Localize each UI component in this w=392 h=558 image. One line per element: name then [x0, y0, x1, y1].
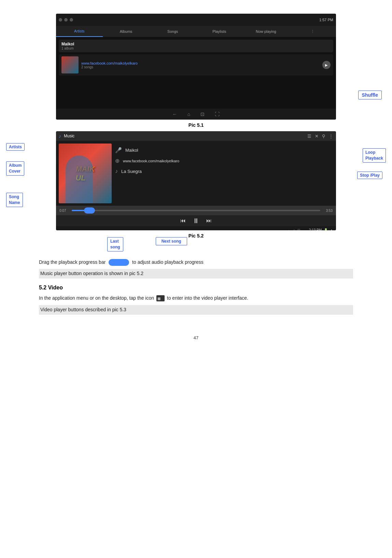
sc2-song-row: ♪ La Suegra	[115, 168, 333, 174]
text-content-area: Drag the playback progress bar to adjust…	[0, 251, 392, 315]
album-cover-annotation: AlbumCover	[6, 161, 24, 176]
section-52-heading: 5.2 Video	[39, 285, 353, 291]
sc1-home-icon[interactable]: ⌂	[187, 111, 190, 117]
tab-artists[interactable]: Artists	[56, 26, 103, 37]
sc1-status-bar: 1:57 PM	[56, 14, 336, 26]
sc1-play-btn[interactable]: ▶	[322, 61, 331, 69]
drag-text-1: Drag the playback progress bar	[39, 259, 106, 265]
sc1-dot-3	[70, 18, 73, 22]
sc2-fb-url: www.facebook.com/maikolyelkaro	[123, 159, 179, 163]
sc2-controls: ⏮ ⏸ ⏭	[56, 215, 336, 226]
sc2-search-icon[interactable]: ⚲	[322, 134, 325, 139]
tab-songs[interactable]: Songs	[149, 26, 196, 37]
sc1-bottom-bar: ← ⌂ ⊡ ⛶	[56, 109, 336, 120]
sc2-song-name: La Suegra	[121, 169, 142, 174]
sc2-progress-bar[interactable]: 0:07 3:53	[56, 206, 336, 215]
sc2-status-bar: ← ⌂ ⊡ 2:13 PM 🔋 ▲	[56, 226, 336, 230]
sc2-album-art: MAIKUL	[59, 144, 112, 203]
sc2-topbar: ♪ Music ☰ ✕ ⚲ ⋮	[56, 131, 336, 141]
sc2-home-btn[interactable]: ⌂	[293, 228, 295, 231]
sc1-thumb	[61, 56, 79, 73]
sc2-prev-btn[interactable]: ⏮	[180, 218, 186, 224]
sc1-fullscreen-icon[interactable]: ⛶	[215, 111, 220, 117]
sc2-bar-track[interactable]	[72, 210, 320, 211]
sc2-apps-btn[interactable]: ⊡	[297, 228, 300, 231]
sc1-facebook-row: www.facebook.com/maikolyelkaro 2 songs ▶	[59, 54, 333, 76]
song-name-annotation: SongName	[6, 193, 23, 207]
sc2-list-icon[interactable]: ☰	[307, 134, 311, 139]
sc1-dot-1	[59, 18, 62, 22]
sc2-wifi-icon: ▲	[330, 228, 333, 231]
video-text-1: In the application menu or on the deskto…	[39, 295, 154, 301]
drag-text-row: Drag the playback progress bar to adjust…	[39, 258, 353, 267]
screenshot-2: ♪ Music ☰ ✕ ⚲ ⋮ MAIKUL	[56, 131, 336, 230]
sc1-fb-info: www.facebook.com/maikolyelkaro 2 songs	[81, 61, 320, 69]
screenshot-1: 1:57 PM Artists Albums Songs Playlists N…	[56, 14, 336, 120]
pic-5-1-label: Pic 5.1	[39, 122, 353, 128]
sc2-url-row: ⊕ www.facebook.com/maikolyelkaro	[115, 158, 333, 164]
sc2-battery-icon: 🔋	[324, 228, 328, 231]
sc2-note-icon: ♪	[115, 168, 118, 174]
sc1-artist-sub: 1 album	[61, 46, 331, 50]
tab-now-playing[interactable]: Now playing	[243, 26, 290, 37]
sc2-artist-name: Maikol	[125, 148, 138, 153]
loop-playback-annotation: LoopPlayback	[363, 148, 386, 163]
sc2-music-icon: ♪	[59, 133, 61, 139]
sc1-dot-2	[64, 18, 68, 22]
sc1-fb-url: www.facebook.com/maikolyelkaro	[81, 61, 320, 65]
sc1-tab-bar: Artists Albums Songs Playlists Now playi…	[56, 26, 336, 37]
page-number: 47	[0, 335, 392, 340]
sc2-back-btn[interactable]: ←	[288, 228, 291, 231]
shuffle-annotation: Shuffle	[358, 91, 382, 99]
sc2-time-elapsed: 0:07	[59, 209, 69, 213]
next-song-annotation: Next song	[156, 237, 187, 245]
drag-text-2: to adjust audio playback progress	[132, 259, 204, 265]
video-text: In the application menu or on the deskto…	[39, 294, 353, 302]
tab-playlists[interactable]: Playlists	[196, 26, 243, 37]
sc2-bar-thumb[interactable]	[84, 207, 95, 214]
sc2-artist-row: 🎤 Maikol	[115, 147, 333, 153]
video-icon-inline	[156, 295, 165, 301]
sc1-left-icons	[59, 18, 73, 22]
sc2-status-time: 2:13 PM	[309, 228, 322, 231]
last-song-annotation: Lastsong	[107, 237, 123, 251]
video-buttons-text: Video player buttons described in pic 5.…	[39, 305, 353, 315]
sc1-content: Maikol 1 album www.facebook.com/maikolye…	[56, 37, 336, 78]
sc2-time-total: 3:53	[323, 209, 333, 213]
sc1-artist-row: Maikol 1 album	[59, 40, 333, 52]
progress-thumb-inline	[109, 259, 129, 266]
sc1-time: 1:57 PM	[319, 18, 333, 22]
tab-more[interactable]: ⋮	[289, 26, 336, 37]
sc2-play-pause-btn[interactable]: ⏸	[193, 217, 199, 225]
sc2-more-icon[interactable]: ⋮	[329, 134, 333, 139]
sc2-next-btn[interactable]: ⏭	[206, 218, 212, 224]
sc1-recent-icon[interactable]: ⊡	[200, 111, 205, 117]
sc2-body: MAIKUL 🎤 Maikol ⊕ www.facebook.com/maiko…	[56, 141, 336, 206]
sc2-globe-icon: ⊕	[115, 158, 120, 164]
artists-annotation: Artists	[6, 143, 25, 151]
stop-play-annotation: Stop /Play	[357, 172, 382, 179]
sc2-close-icon[interactable]: ✕	[315, 134, 319, 139]
sc1-back-icon[interactable]: ←	[172, 111, 177, 117]
sc1-fb-songs: 2 songs	[81, 65, 320, 69]
tab-albums[interactable]: Albums	[103, 26, 150, 37]
sc2-music-title: Music	[64, 134, 305, 138]
sc2-info: 🎤 Maikol ⊕ www.facebook.com/maikolyelkar…	[115, 144, 333, 203]
sc1-artist-name: Maikol	[61, 42, 331, 46]
music-buttons-text: Music player button operation is shown i…	[39, 269, 353, 278]
page: 1:57 PM Artists Albums Songs Playlists N…	[0, 0, 392, 558]
sc2-top-icons: ☰ ✕ ⚲ ⋮	[307, 134, 333, 139]
video-text-2: to enter into the video player interface…	[167, 295, 248, 301]
sc2-mic-icon: 🎤	[115, 147, 122, 153]
